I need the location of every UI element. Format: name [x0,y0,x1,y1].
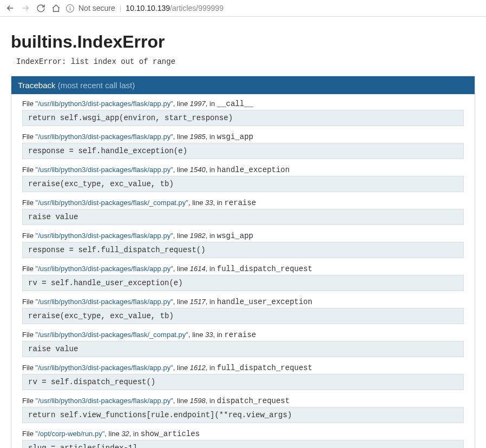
file-path: "/usr/lib/python3/dist-packages/flask/_c… [36,331,188,339]
function-name: full_dispatch_request [217,265,312,273]
line-label: , line [104,430,121,438]
file-path: "/usr/lib/python3/dist-packages/flask/ap… [36,133,173,141]
line-number: 33 [205,199,213,207]
traceback-panel: Traceback (most recent call last) File "… [11,76,475,448]
file-label: File [22,364,36,372]
line-label: , line [173,232,190,240]
in-label: , in [206,397,217,405]
file-path: "/usr/lib/python3/dist-packages/flask/ap… [36,166,173,174]
line-label: , line [173,364,190,372]
line-label: , line [173,100,190,108]
function-name: show_articles [141,430,200,438]
frame-location: File "/usr/lib/python3/dist-packages/fla… [22,133,464,141]
function-name: handle_user_exception [217,298,312,306]
line-number: 1614 [190,265,206,273]
frame-code: reraise(exc_type, exc_value, tb) [22,308,464,324]
function-name: reraise [224,331,256,339]
function-name: wsgi_app [217,133,253,141]
line-number: 1612 [190,364,206,372]
back-button[interactable] [5,3,15,13]
function-name: reraise [224,199,256,207]
traceback-frame[interactable]: File "/usr/lib/python3/dist-packages/fla… [22,364,464,390]
traceback-header: Traceback (most recent call last) [11,76,475,94]
in-label: , in [206,100,217,108]
url-path: /articles/999999 [170,4,224,12]
traceback-frame[interactable]: File "/opt/corp-web/run.py", line 32, in… [22,430,464,448]
file-path: "/usr/lib/python3/dist-packages/flask/ap… [36,232,173,240]
file-label: File [22,133,36,141]
line-label: , line [173,166,190,174]
in-label: , in [206,133,217,141]
line-label: , line [188,199,205,207]
in-label: , in [213,199,224,207]
file-label: File [22,331,36,339]
traceback-frame[interactable]: File "/usr/lib/python3/dist-packages/fla… [22,199,464,225]
line-label: , line [173,265,190,273]
frame-location: File "/usr/lib/python3/dist-packages/fla… [22,166,464,174]
home-button[interactable] [51,3,61,13]
frame-code: return self.wsgi_app(environ, start_resp… [22,110,464,126]
function-name: __call__ [217,100,253,108]
frame-code: raise value [22,209,464,225]
file-path: "/opt/corp-web/run.py" [36,430,105,438]
frame-code: response = self.handle_exception(e) [22,143,464,159]
traceback-header-label: Traceback [18,81,55,90]
traceback-frame[interactable]: File "/usr/lib/python3/dist-packages/fla… [22,133,464,159]
frame-location: File "/usr/lib/python3/dist-packages/fla… [22,232,464,240]
frame-location: File "/usr/lib/python3/dist-packages/fla… [22,364,464,372]
line-number: 1985 [190,133,206,141]
reload-button[interactable] [36,3,45,13]
frame-code: slug = articles[index-1] [22,440,464,448]
function-name: dispatch_request [217,397,290,405]
error-message: IndexError: list index out of range [16,57,475,66]
forward-button[interactable] [21,3,30,13]
file-label: File [22,199,36,207]
frame-code: return self.view_functions[rule.endpoint… [22,407,464,423]
file-label: File [22,232,36,240]
frame-code: rv = self.dispatch_request() [22,374,464,390]
file-path: "/usr/lib/python3/dist-packages/flask/ap… [36,397,173,405]
file-path: "/usr/lib/python3/dist-packages/flask/_c… [36,199,188,207]
not-secure-label: Not secure [78,4,115,12]
frame-code: reraise(exc_type, exc_value, tb) [22,176,464,192]
frame-location: File "/usr/lib/python3/dist-packages/fla… [22,100,464,108]
file-path: "/usr/lib/python3/dist-packages/flask/ap… [36,298,173,306]
traceback-frame[interactable]: File "/usr/lib/python3/dist-packages/fla… [22,100,464,126]
traceback-frame[interactable]: File "/usr/lib/python3/dist-packages/fla… [22,331,464,357]
function-name: wsgi_app [217,232,253,240]
file-label: File [22,298,36,306]
address-bar[interactable]: i Not secure | 10.10.10.139/articles/999… [66,4,481,12]
traceback-frame[interactable]: File "/usr/lib/python3/dist-packages/fla… [22,397,464,423]
traceback-frame[interactable]: File "/usr/lib/python3/dist-packages/fla… [22,265,464,291]
traceback-frame[interactable]: File "/usr/lib/python3/dist-packages/fla… [22,298,464,324]
file-path: "/usr/lib/python3/dist-packages/flask/ap… [36,100,173,108]
traceback-header-sub: (most recent call last) [58,81,135,90]
in-label: , in [206,232,217,240]
traceback-frame[interactable]: File "/usr/lib/python3/dist-packages/fla… [22,166,464,192]
file-label: File [22,166,36,174]
function-name: full_dispatch_request [217,364,312,372]
in-label: , in [129,430,141,438]
frame-code: response = self.full_dispatch_request() [22,242,464,258]
info-icon: i [66,4,74,12]
frame-location: File "/usr/lib/python3/dist-packages/fla… [22,298,464,306]
line-label: , line [188,331,205,339]
traceback-frame[interactable]: File "/usr/lib/python3/dist-packages/fla… [22,232,464,258]
frame-location: File "/usr/lib/python3/dist-packages/fla… [22,199,464,207]
line-number: 1540 [190,166,206,174]
traceback-frames: File "/usr/lib/python3/dist-packages/fla… [11,94,475,448]
in-label: , in [206,298,217,306]
url-text: 10.10.10.139/articles/999999 [126,4,224,12]
line-number: 32 [121,430,129,438]
in-label: , in [206,166,217,174]
in-label: , in [206,265,217,273]
page-content: builtins.IndexError IndexError: list ind… [0,17,486,448]
file-label: File [22,430,36,438]
frame-location: File "/usr/lib/python3/dist-packages/fla… [22,265,464,273]
in-label: , in [213,331,224,339]
line-label: , line [173,397,190,405]
error-title: builtins.IndexError [11,32,475,52]
browser-toolbar: i Not secure | 10.10.10.139/articles/999… [0,0,486,17]
frame-code: raise value [22,341,464,357]
address-separator: | [120,4,122,12]
